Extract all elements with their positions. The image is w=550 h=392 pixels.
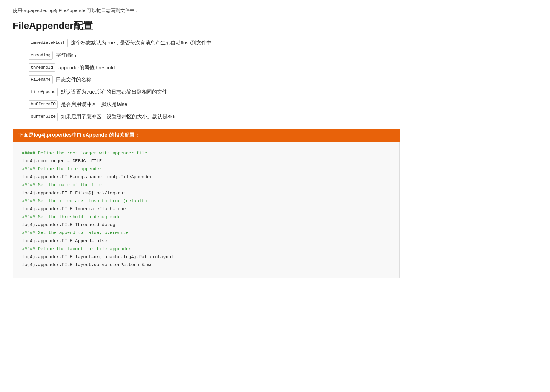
config-description: appender的阈值threshold: [58, 64, 115, 72]
config-description: 默认设置为true,所有的日志都输出到相同的文件: [61, 88, 167, 96]
config-list: immediateFlush这个标志默认为true，是否每次有消息产生都自动fl…: [13, 39, 400, 121]
config-tag: fileAppend: [29, 88, 58, 96]
intro-text: 使用org.apache.log4j.FileAppender可以把日志写到文件…: [13, 8, 400, 14]
code-line: ##### Set the threshold to debug mode: [22, 213, 390, 221]
config-tag: immediateFlush: [29, 39, 68, 47]
code-line: log4j.appender.FILE.Append=false: [22, 237, 390, 245]
config-description: 如果启用了缓冲区，设置缓冲区的大小。默认是8kb.: [61, 113, 177, 121]
config-tag: threshold: [29, 63, 55, 72]
code-line: ##### Define the file appender: [22, 165, 390, 173]
list-item: Filename日志文件的名称: [29, 75, 400, 84]
code-line: ##### Set the name of the file: [22, 181, 390, 189]
config-tag: bufferSize: [29, 113, 58, 121]
list-item: thresholdappender的阈值threshold: [29, 63, 400, 72]
list-item: fileAppend默认设置为true,所有的日志都输出到相同的文件: [29, 88, 400, 96]
config-tag: bufferedIO: [29, 100, 58, 109]
config-tag: Filename: [29, 75, 53, 84]
code-line: log4j.rootLogger = DEBUG, FILE: [22, 157, 390, 165]
code-line: ##### Define the root logger with append…: [22, 149, 390, 157]
list-item: bufferSize如果启用了缓冲区，设置缓冲区的大小。默认是8kb.: [29, 113, 400, 121]
code-block: ##### Define the root logger with append…: [22, 149, 390, 269]
list-item: encoding字符编码: [29, 51, 400, 60]
code-line: log4j.appender.FILE=org.apache.log4j.Fil…: [22, 173, 390, 181]
config-description: 字符编码: [56, 51, 76, 59]
code-line: log4j.appender.FILE.layout=org.apache.lo…: [22, 253, 390, 261]
code-line: log4j.appender.FILE.ImmediateFlush=true: [22, 205, 390, 213]
code-line: ##### Set the immediate flush to true (d…: [22, 197, 390, 205]
code-line: ##### Define the layout for file appende…: [22, 245, 390, 253]
orange-banner: 下面是log4j.properties中FileAppender的相关配置：: [13, 129, 400, 142]
code-line: log4j.appender.FILE.Threshold=debug: [22, 221, 390, 229]
code-line: ##### Set the append to false, overwrite: [22, 229, 390, 237]
config-tag: encoding: [29, 51, 53, 60]
code-block-wrapper: ##### Define the root logger with append…: [13, 142, 400, 278]
code-line: log4j.appender.FILE.File=${log}/log.out: [22, 189, 390, 197]
config-description: 这个标志默认为true，是否每次有消息产生都自动flush到文件中: [71, 39, 211, 47]
list-item: bufferedIO是否启用缓冲区，默认是false: [29, 100, 400, 109]
list-item: immediateFlush这个标志默认为true，是否每次有消息产生都自动fl…: [29, 39, 400, 47]
config-description: 是否启用缓冲区，默认是false: [61, 101, 127, 108]
section-title: FileAppender配置: [13, 19, 400, 32]
config-description: 日志文件的名称: [56, 76, 91, 84]
code-line: log4j.appender.FILE.layout.conversionPat…: [22, 261, 390, 269]
